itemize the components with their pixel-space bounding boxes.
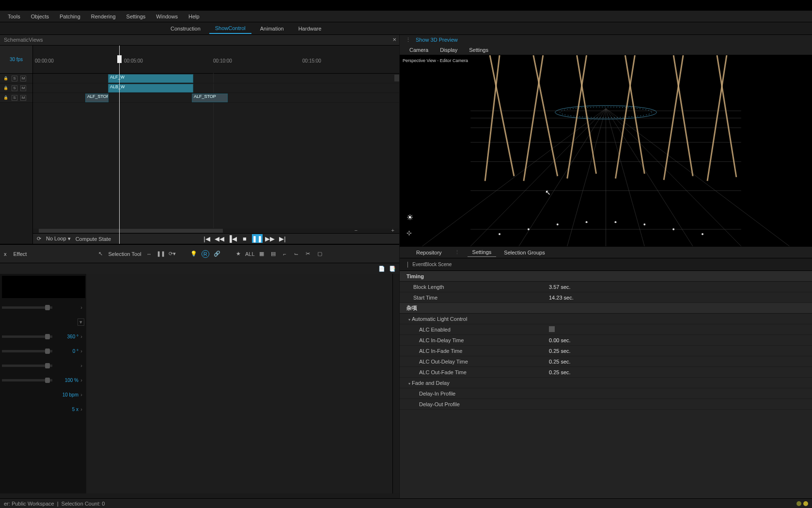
doc-icon[interactable]: 📄 [378, 265, 386, 272]
lock-icon[interactable]: 🔒 [3, 95, 9, 101]
pause-icon[interactable]: ❚❚ [157, 250, 165, 258]
fps-label[interactable]: 30 fps [0, 46, 32, 74]
mute-toggle[interactable]: M [20, 76, 26, 81]
playhead-handle[interactable] [117, 55, 122, 63]
selection-tool-icon[interactable]: ↖ [96, 250, 104, 258]
step-back-icon[interactable]: ▐◀ [227, 234, 237, 243]
slider[interactable] [2, 379, 52, 381]
mute-toggle[interactable]: M [20, 95, 26, 101]
goto-end-icon[interactable]: ▶| [277, 234, 288, 243]
link-icon[interactable]: 🔗 [213, 250, 221, 258]
prop-label[interactable]: ▾Fade and Delay [400, 380, 545, 386]
cut-icon[interactable]: ✂ [304, 250, 312, 258]
h-scrollbar[interactable] [0, 493, 399, 498]
tab-stub[interactable]: x [4, 251, 7, 257]
grid-icon[interactable]: ▦ [258, 250, 265, 258]
prop-label[interactable]: ▾Automatic Light Control [400, 316, 545, 322]
slider[interactable] [2, 350, 52, 352]
tab-settings[interactable]: Settings [464, 46, 493, 54]
prop-value[interactable]: 0.25 sec. [545, 369, 812, 375]
tab-animation[interactable]: Animation [254, 24, 290, 33]
section-timing[interactable]: Timing [400, 271, 812, 282]
square-icon[interactable]: ▢ [316, 250, 324, 258]
slider-value[interactable]: 5 x [54, 407, 78, 412]
star-icon[interactable]: ★ [234, 250, 242, 258]
slider-value[interactable]: 360 ° [54, 334, 78, 339]
lock-icon[interactable]: 🔒 [3, 76, 9, 81]
forward-icon[interactable]: ▶▶ [265, 234, 275, 243]
timeline-body[interactable]: 00:00:00 00:05:00 00:10:00 00:15:00 ALF_… [33, 46, 399, 244]
move-tool-icon[interactable]: ↔ [145, 250, 153, 258]
zoom-out-icon[interactable]: − [355, 227, 358, 233]
v-scroll-handle[interactable] [394, 75, 399, 81]
solo-toggle[interactable]: S [12, 95, 17, 101]
align-top-icon[interactable]: ⌐ [281, 250, 289, 258]
rewind-icon[interactable]: ◀◀ [214, 234, 225, 243]
section-misc[interactable]: 杂项 [400, 303, 812, 314]
loop-mode[interactable]: No Loop ▾ [46, 236, 71, 242]
crumb-item[interactable]: EventBlock Scene [412, 262, 452, 267]
v-scrollbar[interactable] [392, 274, 399, 498]
tab-camera[interactable]: Camera [405, 46, 433, 54]
tab-display[interactable]: Display [435, 46, 462, 54]
record-icon[interactable]: R [202, 250, 209, 258]
prop-value[interactable]: 3.57 sec. [545, 284, 812, 290]
grid2-icon[interactable]: ▤ [269, 250, 277, 258]
tab-effect[interactable]: Effect [14, 251, 27, 257]
solo-toggle[interactable]: S [12, 85, 17, 91]
sun-icon[interactable]: ☀ [406, 213, 413, 222]
timeline-clip[interactable]: ALF_STOP [192, 94, 228, 102]
menu-objects[interactable]: Objects [26, 12, 54, 21]
tab-prop-settings[interactable]: Settings [468, 248, 497, 257]
sync-icon[interactable]: ⟳▾ [169, 250, 176, 258]
timeline-clip[interactable]: ALB_W [108, 84, 193, 93]
slider-value[interactable]: 10 bpm [54, 392, 78, 397]
axes-icon[interactable]: ⊹ [406, 229, 412, 237]
tab-showcontrol[interactable]: ShowControl [209, 23, 251, 34]
menu-rendering[interactable]: Rendering [86, 12, 121, 21]
menu-settings[interactable]: Settings [122, 12, 151, 21]
menu-tools[interactable]: Tools [3, 12, 25, 21]
goto-start-icon[interactable]: |◀ [202, 234, 212, 243]
3d-viewport[interactable]: Perspective View - Editor Camera [400, 55, 812, 247]
selection-tool-label[interactable]: Selection Tool [108, 251, 141, 257]
mute-toggle[interactable]: M [20, 85, 26, 91]
slider[interactable] [2, 365, 52, 367]
timeline-clip[interactable]: ALF_STOP [85, 94, 109, 102]
prop-value[interactable]: 0.25 sec. [545, 348, 812, 354]
prop-value[interactable]: 14.23 sec. [545, 295, 812, 301]
h-scrollbar[interactable] [33, 228, 399, 233]
copy-icon[interactable]: 📑 [389, 265, 396, 272]
tab-selection-groups[interactable]: Selection Groups [499, 248, 549, 257]
tab-repository[interactable]: Repository [411, 248, 447, 257]
effect-canvas[interactable] [86, 274, 392, 498]
slider-value[interactable]: 0 ° [54, 349, 78, 354]
menu-help[interactable]: Help [184, 12, 204, 21]
checkbox[interactable] [549, 326, 555, 332]
menu-windows[interactable]: Windows [151, 12, 183, 21]
all-label[interactable]: ALL [246, 250, 254, 258]
show-3d-link[interactable]: Show 3D Preview [416, 37, 458, 43]
tab-hardware[interactable]: Hardware [293, 24, 328, 33]
slider-value[interactable]: 100 % [54, 378, 78, 383]
zoom-in-icon[interactable]: + [391, 227, 394, 233]
lock-icon[interactable]: 🔒 [3, 85, 9, 91]
close-icon[interactable]: × [392, 36, 396, 43]
play-pause-icon[interactable]: ❚❚ [252, 234, 263, 243]
link-icon[interactable]: ⋮ [406, 37, 411, 43]
timeline-clip[interactable]: ALF_W [108, 74, 193, 83]
slider[interactable] [2, 306, 52, 309]
prop-value[interactable]: 0.00 sec. [545, 337, 812, 343]
dropdown-icon[interactable]: ▾ [78, 318, 84, 326]
solo-toggle[interactable]: S [12, 76, 17, 81]
time-ruler[interactable]: 00:00:00 00:05:00 00:10:00 00:15:00 [33, 46, 399, 74]
prop-value[interactable]: 0.25 sec. [545, 359, 812, 365]
loop-icon[interactable]: ⟳ [37, 236, 41, 242]
tab-construction[interactable]: Construction [165, 24, 206, 33]
stop-icon[interactable]: ■ [239, 234, 250, 243]
light-icon[interactable]: 💡 [190, 250, 198, 258]
compute-state[interactable]: Compute State [76, 236, 111, 242]
menu-patching[interactable]: Patching [55, 12, 85, 21]
align-bottom-icon[interactable]: ⌙ [293, 250, 300, 258]
slider[interactable] [2, 335, 52, 338]
